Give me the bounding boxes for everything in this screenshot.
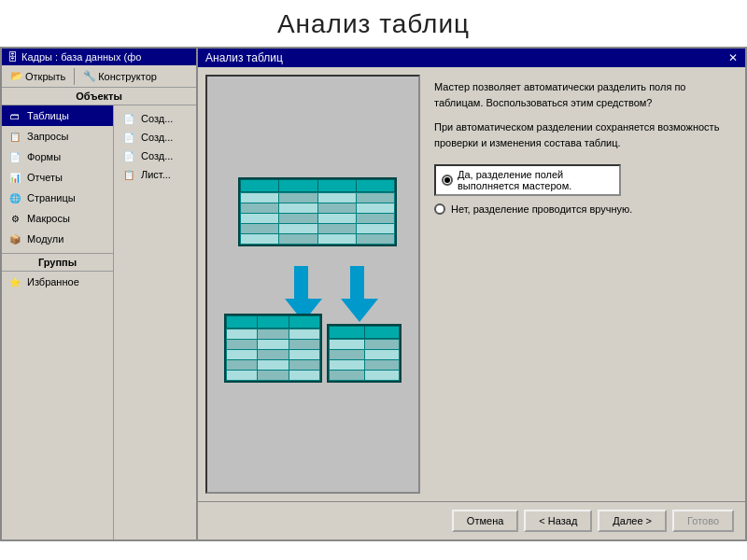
analysis-dialog: Анализ таблиц ✕ bbox=[198, 49, 745, 539]
db-body: 🗃 Таблицы 📋 Запросы 📄 Формы 📊 Отчеты bbox=[2, 105, 196, 539]
table-row bbox=[227, 371, 319, 380]
page-title: Анализ таблиц bbox=[0, 0, 747, 47]
toolbar-separator bbox=[74, 68, 75, 85]
db-title-bar: 🗄 Кадры : база данных (фо bbox=[2, 49, 196, 65]
objects-list: 🗃 Таблицы 📋 Запросы 📄 Формы 📊 Отчеты bbox=[2, 105, 113, 249]
create-icon-3: 📋 bbox=[121, 167, 136, 182]
dialog-close-icon[interactable]: ✕ bbox=[728, 51, 738, 64]
create-list: 📄 Созд... 📄 Созд... 📄 Созд... 📋 Лист... bbox=[116, 109, 194, 184]
dialog-title-label: Анализ таблиц bbox=[205, 51, 283, 64]
module-icon: 📦 bbox=[7, 231, 22, 246]
next-button[interactable]: Далее > bbox=[598, 510, 667, 532]
table-row bbox=[227, 340, 319, 349]
database-panel: 🗄 Кадры : база данных (фо 📂 Открыть 🔧 Ко… bbox=[2, 49, 198, 539]
create-icon-2: 📄 bbox=[121, 148, 136, 163]
favorites-icon: ⭐ bbox=[7, 274, 22, 289]
finish-button[interactable]: Готово bbox=[672, 510, 734, 532]
header-cell bbox=[318, 180, 356, 191]
radio-yes-label: Да, разделение полей выполняется мастеро… bbox=[458, 169, 613, 191]
sidebar-item-tables[interactable]: 🗃 Таблицы bbox=[2, 105, 113, 126]
dialog-title-bar: Анализ таблиц ✕ bbox=[198, 49, 745, 67]
db-icon: 🗄 bbox=[7, 51, 18, 63]
result-table-left-header bbox=[226, 315, 320, 329]
table-row bbox=[227, 329, 319, 339]
create-icon-0: 📄 bbox=[121, 111, 136, 126]
radio-box-yes[interactable]: Да, разделение полей выполняется мастеро… bbox=[434, 164, 621, 196]
info-text-2: При автоматическом разделении сохраняетс… bbox=[434, 119, 733, 150]
radio-group: Да, разделение полей выполняется мастеро… bbox=[434, 164, 733, 215]
table-row bbox=[241, 203, 394, 213]
pages-icon: 🌐 bbox=[7, 190, 22, 205]
create-item-3[interactable]: 📋 Лист... bbox=[116, 165, 194, 184]
dialog-body: Мастер позволяет автоматически разделить… bbox=[198, 67, 745, 501]
radio-no-label: Нет, разделение проводится вручную. bbox=[451, 203, 632, 215]
create-icon-1: 📄 bbox=[121, 130, 136, 145]
table-row bbox=[241, 224, 394, 233]
sidebar-item-favorites[interactable]: ⭐ Избранное bbox=[2, 272, 113, 292]
dialog-footer: Отмена < Назад Далее > Готово bbox=[198, 501, 745, 539]
groups-list: ⭐ Избранное bbox=[2, 272, 113, 292]
sidebar-item-macros[interactable]: ⚙ Макросы bbox=[2, 208, 113, 229]
create-item-2[interactable]: 📄 Созд... bbox=[116, 147, 194, 165]
table-row bbox=[330, 350, 399, 359]
table-row bbox=[227, 350, 319, 359]
header-cell bbox=[241, 180, 278, 191]
constructor-icon: 🔧 bbox=[83, 70, 96, 82]
table-row bbox=[241, 234, 394, 244]
open-icon: 📂 bbox=[10, 70, 23, 82]
objects-header: Объекты bbox=[2, 88, 196, 105]
result-table-right bbox=[327, 324, 402, 383]
source-table-header bbox=[240, 179, 395, 192]
header-cell bbox=[357, 180, 394, 191]
table-row bbox=[241, 193, 394, 203]
main-window: 🗄 Кадры : база данных (фо 📂 Открыть 🔧 Ко… bbox=[0, 47, 747, 541]
db-title-label: Кадры : база данных (фо bbox=[21, 51, 141, 63]
objects-list-container: 🗃 Таблицы 📋 Запросы 📄 Формы 📊 Отчеты bbox=[2, 105, 114, 539]
table-row bbox=[241, 214, 394, 223]
table-row bbox=[330, 371, 399, 380]
table-row bbox=[227, 360, 319, 370]
result-table-left bbox=[224, 314, 322, 383]
sidebar-item-reports[interactable]: 📊 Отчеты bbox=[2, 167, 113, 188]
sidebar-item-forms[interactable]: 📄 Формы bbox=[2, 147, 113, 167]
table-illustration bbox=[219, 168, 406, 401]
create-list-container: 📄 Созд... 📄 Созд... 📄 Созд... 📋 Лист... bbox=[114, 105, 196, 539]
db-toolbar: 📂 Открыть 🔧 Конструктор bbox=[2, 65, 196, 88]
macro-icon: ⚙ bbox=[7, 211, 22, 226]
report-icon: 📊 bbox=[7, 170, 22, 185]
sidebar-item-pages[interactable]: 🌐 Страницы bbox=[2, 188, 113, 208]
result-table-right-rows bbox=[329, 339, 400, 381]
table-row bbox=[330, 340, 399, 349]
create-item-0[interactable]: 📄 Созд... bbox=[116, 109, 194, 128]
header-cell bbox=[279, 180, 317, 191]
result-table-right-header bbox=[329, 326, 400, 339]
source-table-rows bbox=[240, 192, 395, 245]
table-icon: 🗃 bbox=[7, 108, 22, 123]
radio-yes[interactable] bbox=[442, 175, 453, 186]
radio-no[interactable] bbox=[434, 203, 445, 215]
cancel-button[interactable]: Отмена bbox=[452, 510, 518, 532]
svg-marker-1 bbox=[341, 266, 378, 322]
result-table-left-rows bbox=[226, 329, 320, 381]
open-button[interactable]: 📂 Открыть bbox=[6, 67, 70, 85]
create-item-1[interactable]: 📄 Созд... bbox=[116, 128, 194, 147]
back-button[interactable]: < Назад bbox=[524, 510, 592, 532]
source-table bbox=[238, 177, 397, 246]
table-row bbox=[330, 360, 399, 370]
illustration-panel bbox=[205, 75, 420, 494]
groups-header: Группы bbox=[2, 253, 113, 272]
radio-option-no[interactable]: Нет, разделение проводится вручную. bbox=[434, 203, 733, 215]
radio-option-yes[interactable]: Да, разделение полей выполняется мастеро… bbox=[434, 164, 733, 196]
query-icon: 📋 bbox=[7, 129, 22, 144]
sidebar-item-queries[interactable]: 📋 Запросы bbox=[2, 126, 113, 147]
constructor-button[interactable]: 🔧 Конструктор bbox=[78, 67, 162, 85]
sidebar-item-modules[interactable]: 📦 Модули bbox=[2, 229, 113, 249]
info-text-1: Мастер позволяет автоматически разделить… bbox=[434, 79, 733, 110]
form-icon: 📄 bbox=[7, 149, 22, 164]
info-panel: Мастер позволяет автоматически разделить… bbox=[430, 75, 738, 494]
